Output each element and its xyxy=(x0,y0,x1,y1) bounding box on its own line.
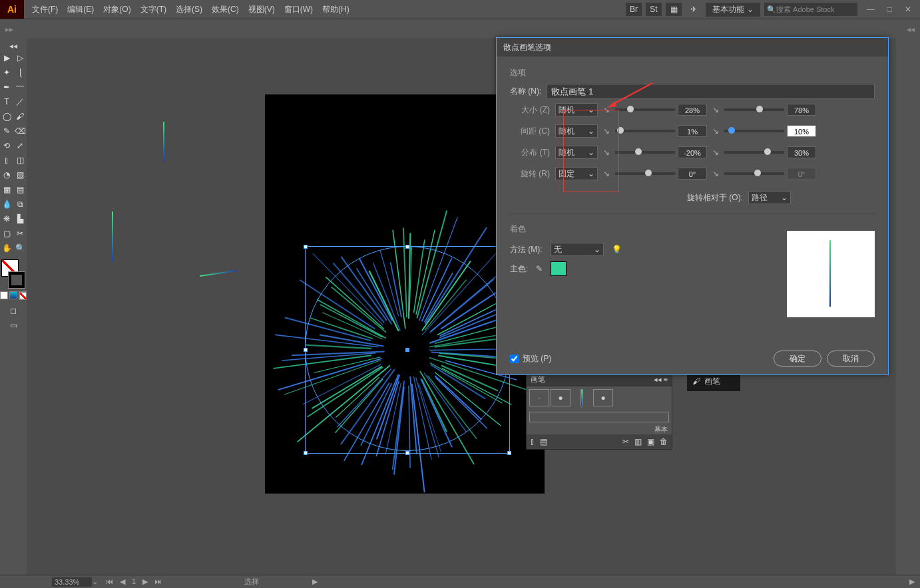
screen-mode[interactable]: ▭ xyxy=(7,319,19,332)
scrollbar-right-icon[interactable]: ▶ xyxy=(909,577,915,586)
free-transform-tool[interactable]: ◫ xyxy=(14,154,26,167)
eraser-tool[interactable]: ⌫ xyxy=(14,124,26,138)
curvature-tool[interactable]: 〰 xyxy=(14,80,26,94)
flip-icon[interactable]: ↘ xyxy=(712,126,722,136)
stock-button[interactable]: St xyxy=(646,3,662,16)
first-artboard-icon[interactable]: ⏮ xyxy=(103,577,116,586)
handle-tc[interactable] xyxy=(405,245,409,249)
rotation-relative-select[interactable]: 路径⌄ xyxy=(748,191,791,204)
method-select[interactable]: 无⌄ xyxy=(551,243,604,256)
graph-tool[interactable]: ▙ xyxy=(14,212,26,225)
type-tool[interactable]: T xyxy=(1,95,13,108)
magic-wand-tool[interactable]: ✦ xyxy=(1,66,13,79)
brush-library-icon[interactable]: ⫿ xyxy=(531,437,535,446)
pen-tool[interactable]: ✒ xyxy=(1,80,13,94)
zoom-dropdown-icon[interactable]: ⌄ xyxy=(92,577,98,586)
min-slider[interactable] xyxy=(615,108,675,111)
flip-icon[interactable]: ↘ xyxy=(712,148,722,157)
zoom-tool[interactable]: 🔍 xyxy=(14,241,26,255)
menu-select[interactable]: 选择(S) xyxy=(172,1,206,18)
zoom-level[interactable]: 33.33% xyxy=(52,577,92,587)
remove-stroke-icon[interactable]: ✂ xyxy=(622,437,629,446)
max-value[interactable]: 30% xyxy=(787,146,816,158)
handle-bc[interactable] xyxy=(405,451,409,455)
panel-collapse-icon[interactable]: ◂◂ xyxy=(907,25,915,34)
shape-builder-tool[interactable]: ◔ xyxy=(1,168,13,182)
eyedropper-tool[interactable]: 💧 xyxy=(1,198,13,211)
line-tool[interactable]: ／ xyxy=(14,95,26,108)
name-input[interactable] xyxy=(547,84,875,99)
artboard-number[interactable]: 1 xyxy=(129,577,138,586)
prev-artboard-icon[interactable]: ◀ xyxy=(117,577,128,586)
min-value[interactable]: -20% xyxy=(678,146,707,158)
stock-search[interactable]: 🔍 搜索 Adobe Stock xyxy=(764,3,857,16)
slice-tool[interactable]: ✂ xyxy=(14,227,26,240)
brush-lib2-icon[interactable]: ▤ xyxy=(540,437,547,446)
direct-selection-tool[interactable]: ▷ xyxy=(14,51,26,65)
draw-mode-normal[interactable]: ◻ xyxy=(7,304,19,317)
brushes-tab[interactable]: 画笔 xyxy=(531,374,545,384)
handle-tl[interactable] xyxy=(304,245,308,249)
arrange-docs-button[interactable]: ▦ xyxy=(666,3,682,16)
fill-stroke-indicator[interactable] xyxy=(0,259,27,289)
maximize-button[interactable]: □ xyxy=(880,0,899,19)
bridge-button[interactable]: Br xyxy=(626,3,642,16)
blend-tool[interactable]: ⧉ xyxy=(14,198,26,211)
right-panel-rail[interactable] xyxy=(896,39,920,575)
handle-bl[interactable] xyxy=(304,451,308,455)
brush-thumb-3[interactable] xyxy=(580,389,583,406)
menu-object[interactable]: 对象(O) xyxy=(99,1,134,18)
menu-edit[interactable]: 编辑(E) xyxy=(63,1,98,18)
menu-effect[interactable]: 效果(C) xyxy=(208,1,243,18)
perspective-tool[interactable]: ▧ xyxy=(14,168,26,182)
brushes-panel[interactable]: 画笔 ◂◂ ≡ · ● ● 基本 ⫿ ▤ ✂ ▥ ▣ 🗑 xyxy=(526,371,672,450)
color-mode-btn[interactable] xyxy=(0,291,8,299)
tip-icon[interactable]: 💡 xyxy=(612,245,622,254)
shaper-tool[interactable]: ✎ xyxy=(1,124,13,138)
handle-br[interactable] xyxy=(507,451,511,455)
artboard-tool[interactable]: ▢ xyxy=(1,227,13,240)
key-color-swatch[interactable] xyxy=(551,261,567,276)
tool-collapse-icon[interactable]: ◂◂ xyxy=(9,41,17,51)
status-nav-icon[interactable]: ▶ xyxy=(312,577,318,586)
next-artboard-icon[interactable]: ▶ xyxy=(140,577,150,586)
scale-tool[interactable]: ⤢ xyxy=(14,139,26,152)
ok-button[interactable]: 确定 xyxy=(774,351,821,367)
max-slider[interactable] xyxy=(724,172,784,175)
brush-options-icon[interactable]: ▥ xyxy=(634,437,642,446)
min-slider[interactable] xyxy=(615,151,675,154)
gradient-mode-btn[interactable] xyxy=(9,291,17,299)
gpu-button[interactable]: ✈ xyxy=(686,3,702,16)
close-button[interactable]: ✕ xyxy=(899,0,917,19)
none-mode-btn[interactable] xyxy=(19,291,27,299)
gradient-tool[interactable]: ▤ xyxy=(14,183,26,196)
flip-icon[interactable]: ↘ xyxy=(712,169,722,178)
lasso-tool[interactable]: ɭ xyxy=(14,66,26,79)
minimize-button[interactable]: — xyxy=(861,0,880,19)
min-value[interactable]: 28% xyxy=(678,104,707,116)
cancel-button[interactable]: 取消 xyxy=(827,351,875,367)
max-slider[interactable] xyxy=(724,130,784,132)
menu-window[interactable]: 窗口(W) xyxy=(280,1,317,18)
new-brush-icon[interactable]: ▣ xyxy=(647,437,654,446)
max-slider[interactable] xyxy=(724,108,784,111)
brush-thumb-1[interactable]: · xyxy=(529,389,549,406)
mesh-tool[interactable]: ▦ xyxy=(1,183,13,196)
rotate-tool[interactable]: ⟲ xyxy=(1,139,13,152)
max-value[interactable]: 78% xyxy=(787,104,816,116)
handle-ml[interactable] xyxy=(304,348,308,352)
selection-tool[interactable]: ▶ xyxy=(1,51,13,65)
delete-brush-icon[interactable]: 🗑 xyxy=(660,437,668,446)
menu-view[interactable]: 视图(V) xyxy=(244,1,279,18)
max-value[interactable]: 10% xyxy=(787,125,816,137)
brush-stroke-preview[interactable] xyxy=(529,412,669,422)
min-slider[interactable] xyxy=(615,130,675,132)
max-slider[interactable] xyxy=(724,151,784,154)
handle-center[interactable] xyxy=(405,348,409,352)
flip-icon[interactable]: ↘ xyxy=(712,105,722,114)
workspace-switcher[interactable]: 基本功能 ⌄ xyxy=(706,3,760,17)
min-value[interactable]: 1% xyxy=(678,125,707,137)
preview-checkbox[interactable]: 预览 (P) xyxy=(510,353,551,365)
last-artboard-icon[interactable]: ⏭ xyxy=(152,577,164,586)
preview-checkbox-input[interactable] xyxy=(510,355,519,363)
